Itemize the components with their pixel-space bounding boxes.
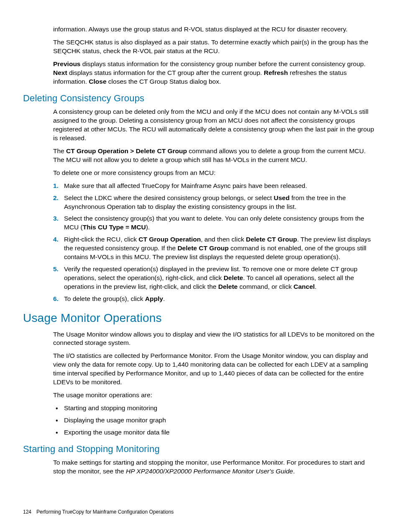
- italic: HP XP24000/XP20000 Performance Monitor U…: [126, 468, 293, 475]
- bold: Previous: [53, 60, 80, 67]
- list-item: 1. Make sure that all affected TrueCopy …: [53, 182, 376, 190]
- text: To delete the group(s), click: [64, 295, 145, 302]
- steps-list: 1. Make sure that all affected TrueCopy …: [53, 182, 376, 303]
- heading-starting-and-stopping-monitoring: Starting and Stopping Monitoring: [23, 443, 376, 455]
- list-item: 3. Select the consistency group(s) that …: [53, 214, 376, 232]
- text: The: [53, 147, 66, 154]
- paragraph: The CT Group Operation > Delete CT Group…: [53, 147, 376, 164]
- bold: This CU Type = MCU: [83, 224, 146, 231]
- bold: Next: [53, 69, 67, 76]
- bold: CT Group Operation: [138, 236, 201, 243]
- heading-deleting-consistency-groups: Deleting Consistency Groups: [23, 92, 376, 105]
- list-item: 6. To delete the group(s), click Apply.: [53, 295, 376, 303]
- list-item: Exporting the usage monitor data file: [53, 428, 376, 437]
- paragraph: The Usage Monitor window allows you to d…: [53, 330, 376, 348]
- step-number: 1.: [53, 182, 59, 190]
- bold: Delete CT Group: [177, 244, 228, 252]
- bold: Apply: [145, 295, 163, 302]
- text: command, or click: [238, 283, 294, 290]
- bold: Cancel: [294, 283, 315, 290]
- text: displays status information for the cons…: [80, 60, 366, 67]
- top-section-body: information. Always use the group status…: [53, 25, 376, 86]
- text: .: [163, 295, 165, 302]
- text: closes the CT Group Status dialog box.: [107, 78, 221, 85]
- page: information. Always use the group status…: [0, 0, 399, 532]
- text: , and then click: [201, 236, 246, 243]
- bold: Close: [89, 78, 106, 85]
- text: Select the LDKC where the desired consis…: [64, 194, 274, 201]
- step-number: 2.: [53, 194, 59, 203]
- list-item: 4. Right-click the RCU, click CT Group O…: [53, 235, 376, 262]
- paragraph: The usage monitor operations are:: [53, 391, 376, 400]
- text: Right-click the RCU, click: [64, 236, 138, 243]
- paragraph: The I/O statistics are collected by Perf…: [53, 352, 376, 387]
- list-item: 2. Select the LDKC where the desired con…: [53, 194, 376, 211]
- page-number: 124: [23, 509, 31, 515]
- text: Make sure that all affected TrueCopy for…: [64, 182, 307, 189]
- text: displays status information for the CT g…: [67, 69, 264, 76]
- list-item: Starting and stopping monitoring: [53, 404, 376, 413]
- startstop-section-body: To make settings for starting and stoppi…: [53, 458, 376, 476]
- text: .: [293, 468, 295, 475]
- list-item: Displaying the usage monitor graph: [53, 416, 376, 425]
- paragraph: information. Always use the group status…: [53, 25, 376, 34]
- bold: CT Group Operation > Delete CT Group: [66, 147, 187, 154]
- text: ).: [146, 224, 150, 231]
- step-number: 6.: [53, 295, 59, 303]
- page-footer: 124Performing TrueCopy for Mainframe Con…: [23, 509, 174, 515]
- list-item: 5. Verify the requested operation(s) dis…: [53, 265, 376, 291]
- paragraph: A consistency group can be deleted only …: [53, 108, 376, 143]
- paragraph: To delete one or more consistency groups…: [53, 169, 376, 177]
- bold: Delete: [224, 274, 243, 281]
- step-number: 5.: [53, 265, 59, 274]
- bold: Used: [274, 194, 289, 201]
- paragraph: The SEQCHK status is also displayed as a…: [53, 38, 376, 56]
- usage-section-body: The Usage Monitor window allows you to d…: [53, 330, 376, 437]
- delete-section-body: A consistency group can be deleted only …: [53, 108, 376, 303]
- bold: Refresh: [264, 69, 288, 76]
- step-number: 4.: [53, 235, 59, 244]
- paragraph: To make settings for starting and stoppi…: [53, 458, 376, 476]
- heading-usage-monitor-operations: Usage Monitor Operations: [23, 310, 376, 326]
- text: .: [315, 283, 317, 290]
- footer-title: Performing TrueCopy for Mainframe Config…: [36, 509, 174, 515]
- bold: Delete CT Group: [246, 236, 297, 243]
- bold: Delete: [218, 283, 238, 290]
- bullet-list: Starting and stopping monitoring Display…: [53, 404, 376, 437]
- paragraph: Previous displays status information for…: [53, 60, 376, 86]
- step-number: 3.: [53, 214, 59, 223]
